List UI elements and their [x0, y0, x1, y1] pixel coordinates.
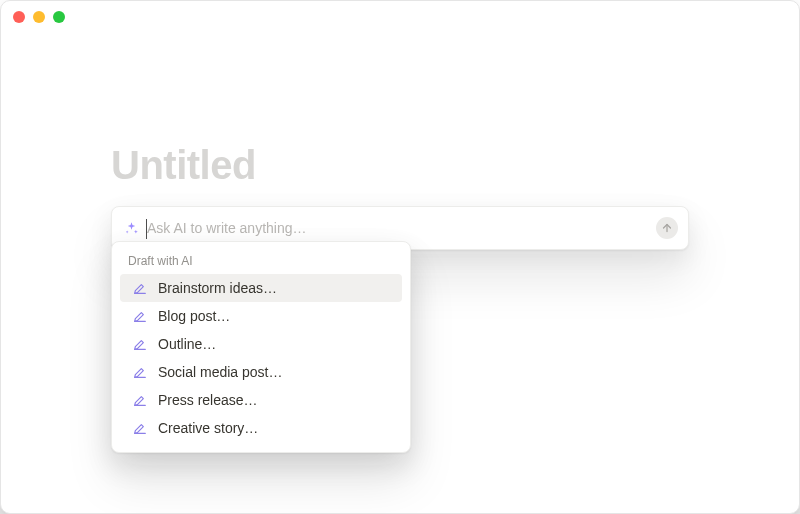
- ai-draft-menu: Draft with AI Brainstorm ideas…Blog post…: [111, 241, 411, 453]
- ai-prompt-input[interactable]: [147, 220, 648, 236]
- menu-item-label: Outline…: [158, 336, 216, 352]
- menu-section-header: Draft with AI: [116, 250, 406, 274]
- menu-item-label: Press release…: [158, 392, 258, 408]
- menu-item[interactable]: Creative story…: [120, 414, 402, 442]
- pen-icon: [132, 392, 148, 408]
- app-window: Untitled Draft with AI Brainstorm ideas……: [0, 0, 800, 514]
- page-content: Untitled: [1, 33, 799, 250]
- menu-item[interactable]: Social media post…: [120, 358, 402, 386]
- menu-item-label: Creative story…: [158, 420, 258, 436]
- menu-item[interactable]: Outline…: [120, 330, 402, 358]
- titlebar: [1, 1, 799, 33]
- pen-icon: [132, 308, 148, 324]
- zoom-window-button[interactable]: [53, 11, 65, 23]
- pen-icon: [132, 420, 148, 436]
- menu-item-label: Social media post…: [158, 364, 283, 380]
- menu-item[interactable]: Blog post…: [120, 302, 402, 330]
- text-caret: [146, 219, 147, 239]
- pen-icon: [132, 364, 148, 380]
- page-title[interactable]: Untitled: [111, 143, 689, 188]
- menu-item-label: Blog post…: [158, 308, 230, 324]
- menu-item-label: Brainstorm ideas…: [158, 280, 277, 296]
- menu-item[interactable]: Press release…: [120, 386, 402, 414]
- submit-button[interactable]: [656, 217, 678, 239]
- close-window-button[interactable]: [13, 11, 25, 23]
- pen-icon: [132, 336, 148, 352]
- menu-item[interactable]: Brainstorm ideas…: [120, 274, 402, 302]
- pen-icon: [132, 280, 148, 296]
- sparkle-icon: [124, 221, 139, 236]
- minimize-window-button[interactable]: [33, 11, 45, 23]
